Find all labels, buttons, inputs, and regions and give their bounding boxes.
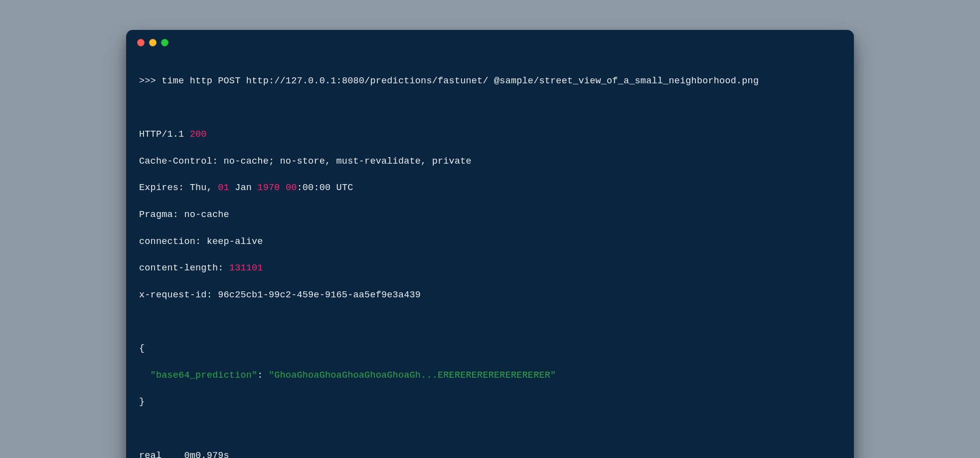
- timing-value: 0m0.979s: [184, 451, 229, 458]
- header-key: Expires:: [139, 183, 190, 193]
- header-pragma: Pragma: no-cache: [139, 209, 841, 222]
- header-key: Cache-Control:: [139, 156, 224, 167]
- prompt: >>>: [139, 76, 162, 86]
- header-connection: connection: keep-alive: [139, 235, 841, 249]
- header-value: Thu,: [190, 183, 218, 193]
- http-status-line: HTTP/1.1 200: [139, 128, 841, 142]
- blank-line: [139, 101, 841, 115]
- command-text: time http POST http://127.0.0.1:8080/pre…: [162, 76, 759, 86]
- json-brace: {: [139, 343, 145, 354]
- header-value: [280, 183, 286, 193]
- header-value: :00:00 UTC: [297, 183, 353, 193]
- blank-line: [139, 315, 841, 329]
- close-icon[interactable]: [137, 39, 145, 46]
- json-open: {: [139, 342, 841, 356]
- blank-line: [139, 423, 841, 436]
- header-value: no-cache; no-store, must-revalidate, pri…: [224, 156, 472, 167]
- header-content-length: content-length: 131101: [139, 262, 841, 275]
- zoom-icon[interactable]: [161, 39, 168, 46]
- json-indent: [139, 370, 151, 381]
- header-number: 00: [286, 183, 297, 193]
- header-key: x-request-id:: [139, 290, 218, 300]
- header-key: content-length:: [139, 263, 229, 273]
- header-cache-control: Cache-Control: no-cache; no-store, must-…: [139, 155, 841, 169]
- timing-real: real 0m0.979s: [139, 450, 841, 458]
- minimize-icon[interactable]: [149, 39, 157, 46]
- command-line: >>> time http POST http://127.0.0.1:8080…: [139, 75, 841, 88]
- header-number: 01: [218, 183, 229, 193]
- header-number: 1970: [257, 183, 280, 193]
- json-colon: :: [257, 370, 269, 381]
- http-status-code: 200: [190, 129, 207, 140]
- header-value: 96c25cb1-99c2-459e-9165-aa5ef9e3a439: [218, 290, 421, 300]
- header-key: Pragma:: [139, 210, 184, 220]
- json-brace: }: [139, 397, 145, 407]
- header-value: Jan: [229, 183, 258, 193]
- header-value: keep-alive: [207, 236, 263, 247]
- terminal-content[interactable]: >>> time http POST http://127.0.0.1:8080…: [126, 49, 854, 458]
- json-entry: "base64_prediction": "GhoaGhoaGhoaGhoaGh…: [139, 369, 841, 383]
- json-value: "GhoaGhoaGhoaGhoaGhoaGhoaGh...ERERERERER…: [269, 370, 556, 381]
- window-titlebar: [126, 30, 854, 49]
- json-key: "base64_prediction": [151, 370, 258, 381]
- terminal-window: >>> time http POST http://127.0.0.1:8080…: [126, 30, 854, 458]
- header-key: connection:: [139, 236, 207, 247]
- header-x-request-id: x-request-id: 96c25cb1-99c2-459e-9165-aa…: [139, 289, 841, 302]
- header-value: no-cache: [184, 210, 229, 220]
- timing-label: real: [139, 451, 162, 458]
- timing-gap: [162, 451, 184, 458]
- http-protocol: HTTP/1.1: [139, 129, 190, 140]
- header-expires: Expires: Thu, 01 Jan 1970 00:00:00 UTC: [139, 182, 841, 195]
- header-number: 131101: [229, 263, 263, 273]
- json-close: }: [139, 396, 841, 409]
